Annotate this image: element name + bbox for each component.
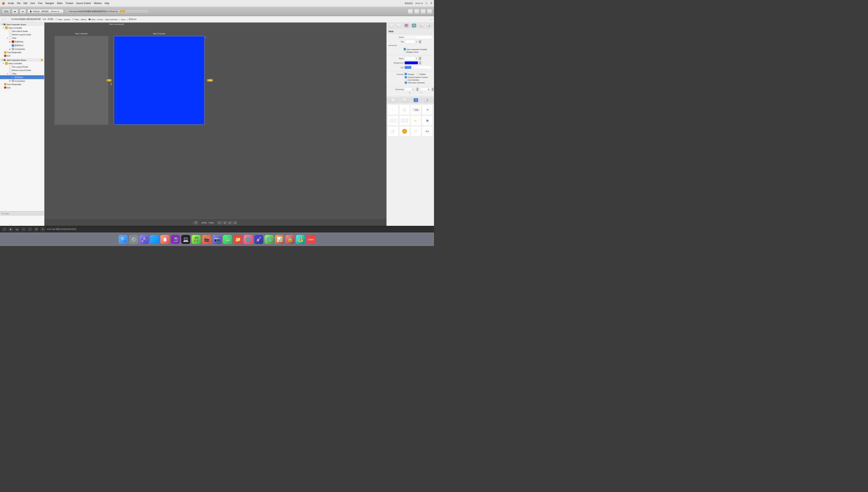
scene1-disclosure[interactable]: ▼ xyxy=(1,24,3,25)
user-interaction-checkbox[interactable] xyxy=(404,48,406,50)
obj-edit-btn[interactable]: Edit xyxy=(388,116,399,126)
obj-title-item[interactable]: ◄ Title xyxy=(410,105,421,115)
scene2-disclosure[interactable]: ▼ xyxy=(1,59,3,61)
nav-blue-view2[interactable]: 蓝色View xyxy=(0,75,44,79)
sy-down[interactable]: ▼ xyxy=(432,90,434,91)
opaque-checkbox[interactable] xyxy=(405,73,407,75)
dock-app10[interactable]: 💰 xyxy=(296,235,305,244)
warning-badge[interactable]: ▲ 2 xyxy=(120,10,125,13)
hidden-checkbox[interactable] xyxy=(417,73,419,75)
vc2-disclosure[interactable]: ▼ xyxy=(3,63,5,64)
tag-stepper-down[interactable]: ▼ xyxy=(419,42,421,43)
status-layout-btn[interactable]: ⊞ xyxy=(34,227,39,231)
attributes-inspector-btn[interactable]: ⚙ xyxy=(412,24,416,28)
obj-star-btn[interactable]: ★ xyxy=(422,116,433,126)
menu-xcode[interactable]: Xcode xyxy=(8,2,14,5)
autoresize-checkbox[interactable] xyxy=(405,82,407,84)
dock-onenote[interactable]: 📓 xyxy=(171,235,180,244)
json-library-btn[interactable]: {} xyxy=(402,98,407,102)
dock-app2[interactable]: 🎬 xyxy=(202,235,211,244)
nav-top-guide2[interactable]: Top Layout Guide xyxy=(0,65,44,69)
breadcrumb-back[interactable]: ‹ xyxy=(2,18,4,21)
menu-find[interactable]: Find xyxy=(38,2,42,5)
navigator-toggle-canvas-btn[interactable]: ☰ xyxy=(193,221,198,225)
autoresize-label[interactable]: Autoresize Subviews xyxy=(405,82,428,84)
status-stop-btn[interactable]: ■ xyxy=(15,227,20,231)
size-inspector-btn[interactable]: 📐 xyxy=(419,24,424,28)
view1-disclosure[interactable]: ▼ xyxy=(7,37,9,39)
breadcrumb-item-6[interactable]: □ View › xyxy=(119,18,126,20)
dock-app4[interactable]: 🗂 xyxy=(223,235,232,244)
dock-app5[interactable]: 🌐 xyxy=(244,235,253,244)
breadcrumb-forward[interactable]: › xyxy=(4,18,6,21)
add-btn[interactable]: + xyxy=(414,9,419,14)
nav-vc1[interactable]: ▼ VC View Controller xyxy=(0,26,44,30)
breadcrumb-next-icon[interactable]: › xyxy=(432,18,432,20)
dock-app9[interactable]: 🔒 xyxy=(285,235,294,244)
nav-exit2[interactable]: Exit xyxy=(0,86,44,90)
user-interaction-label[interactable]: User Interaction Enabled xyxy=(404,48,432,50)
tint-select[interactable]: Default ⌄ xyxy=(412,66,432,69)
nav-view2[interactable]: ▼ View xyxy=(0,72,44,75)
scene1-device[interactable] xyxy=(54,36,108,125)
dock-csdn[interactable]: CSDN xyxy=(306,235,315,244)
breadcrumb-prev-icon[interactable]: ‹ xyxy=(430,18,431,20)
navigator-filter-input[interactable] xyxy=(5,213,43,215)
view2-disclosure[interactable]: ▼ xyxy=(7,73,9,75)
dock-terminal[interactable]: 💻 xyxy=(181,235,190,244)
alpha-down[interactable]: ▼ xyxy=(419,58,421,60)
constraints1-disclosure[interactable]: ▶ xyxy=(9,48,12,50)
menu-navigate[interactable]: Navigate xyxy=(45,2,54,5)
dock-launchpad[interactable]: 🚀 xyxy=(140,235,149,244)
dock-finder[interactable]: 🔍 xyxy=(119,235,128,244)
breadcrumb-item-0[interactable]: 006自动布局案例-底部按钮相同间距 › xyxy=(11,18,42,21)
spotlight-icon[interactable]: 🔍 xyxy=(425,2,428,4)
obj-item-btn[interactable]: Item xyxy=(399,116,410,126)
play-button[interactable]: ▶ xyxy=(12,9,18,14)
obj-tableview-vc[interactable]: ▤ xyxy=(399,105,410,115)
inspector-toggle-btn[interactable]: ▤ xyxy=(420,9,426,14)
size-controls[interactable]: wAny hAny xyxy=(201,221,214,224)
quick-help-btn[interactable]: ? xyxy=(396,24,401,28)
nav-vc2[interactable]: ▼ VC View Controller xyxy=(0,62,44,65)
nav-bottom-guide1[interactable]: Bottom Layout Guide xyxy=(0,33,44,36)
nav-view1[interactable]: ▼ View xyxy=(0,36,44,40)
obj-back-btn[interactable]: ◄ xyxy=(422,105,433,115)
nav-exit1[interactable]: Exit xyxy=(0,54,44,57)
menu-edit[interactable]: Edit xyxy=(24,2,27,5)
menu-help[interactable]: Help xyxy=(104,2,109,5)
vc1-disclosure[interactable]: ▼ xyxy=(3,27,5,29)
dock-app7[interactable]: 🔧 xyxy=(265,235,274,244)
obj-star-dots-btn[interactable]: ⭐ ••• xyxy=(410,116,421,126)
canvas-scroll[interactable]: Main.storyboard View Controller › xyxy=(44,23,386,219)
media-library-btn[interactable]: 🎵 xyxy=(425,98,430,102)
stop-button[interactable]: ■ xyxy=(20,9,26,14)
nav-constraints2[interactable]: ▶ ⊞ Constraints xyxy=(0,79,44,83)
dock-app1[interactable]: 🎵 xyxy=(192,235,201,244)
zoom-height-btn[interactable]: ⊟ xyxy=(227,221,232,225)
dock-app3[interactable]: 📷 xyxy=(213,235,221,244)
file-inspector-btn[interactable]: 📄 xyxy=(389,24,394,28)
status-issues-btn[interactable]: ⚠ xyxy=(2,227,7,231)
zoom-width-btn[interactable]: ⊠ xyxy=(222,221,227,225)
objects-library-btn[interactable]: ⊙ xyxy=(413,98,418,102)
apple-menu[interactable]: 🍎 xyxy=(2,2,5,5)
status-forward-btn[interactable]: ↪ xyxy=(28,227,32,231)
zoom-fit-btn[interactable]: ⊡ xyxy=(217,221,222,225)
nav-first-responder1[interactable]: First Responder xyxy=(0,51,44,54)
zoom-actual-btn[interactable]: ⊞ xyxy=(233,221,237,225)
bg-down[interactable]: ▼ xyxy=(419,63,421,65)
breadcrumb-item-4[interactable]: 🎬 View...r Scene › xyxy=(89,18,104,21)
breadcrumb-item-3[interactable]: 📋 Main....(Base) › xyxy=(72,18,88,21)
constraints2-disclosure[interactable]: ▶ xyxy=(9,80,12,82)
obj-dots-item[interactable]: ┄┄ xyxy=(410,126,421,137)
breadcrumb-item-2[interactable]: 📋 Main....yboard › xyxy=(55,18,71,21)
menu-window[interactable]: Window xyxy=(94,2,101,5)
clears-context-checkbox[interactable] xyxy=(405,76,407,79)
navigator-toggle-btn[interactable]: ▣ xyxy=(427,9,432,14)
stretching-x-input[interactable] xyxy=(405,88,415,91)
tag-input[interactable] xyxy=(405,40,418,43)
obj-nav-vc[interactable]: ● xyxy=(399,126,410,137)
status-nav-btn[interactable]: ➤ xyxy=(40,227,45,231)
obj-arrows-item[interactable]: ◄► xyxy=(422,126,433,137)
